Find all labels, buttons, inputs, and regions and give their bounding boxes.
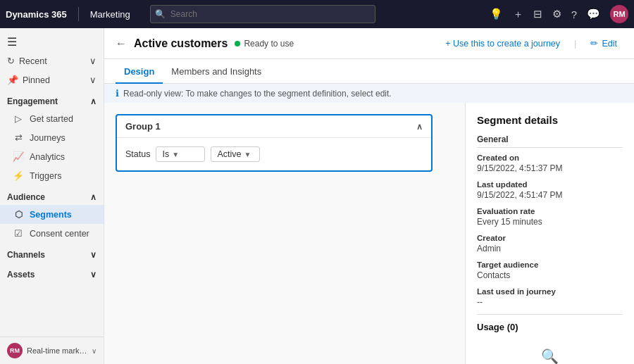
assets-group-header[interactable]: Assets ∨ <box>0 263 104 282</box>
group-box-body: Status Is ▼ Active ▼ <box>117 138 431 170</box>
value-select[interactable]: Active ▼ <box>211 146 260 162</box>
brand: Dynamics 365 Marketing <box>6 7 139 21</box>
general-section-title: General <box>477 134 623 148</box>
search-input[interactable] <box>150 5 375 23</box>
chat-icon[interactable]: 💬 <box>587 8 600 20</box>
audience-chevron[interactable]: ∧ <box>90 192 97 202</box>
avatar[interactable]: RM <box>610 5 628 23</box>
last-updated-value: 9/15/2022, 4:51:47 PM <box>477 190 623 200</box>
page-title: Active customers <box>134 37 228 50</box>
condition-value: Is <box>162 149 169 159</box>
created-on-value: 9/15/2022, 4:51:37 PM <box>477 163 623 173</box>
pinned-icon: 📌 <box>7 75 18 85</box>
recent-icon: ↻ <box>7 56 15 66</box>
target-audience-label: Target audience <box>477 261 623 269</box>
recent-label: Recent <box>19 56 47 66</box>
action-separator: | <box>574 38 576 49</box>
status-badge: Ready to use <box>235 39 294 49</box>
pinned-chevron: ∨ <box>89 75 97 85</box>
topbar: Dynamics 365 Marketing 🔍 💡 ＋ ⊟ ⚙ ? 💬 RM <box>0 0 634 28</box>
group-box: Group 1 ∧ Status Is ▼ Active ▼ <box>116 114 433 172</box>
page-header: ← Active customers Ready to use + Use th… <box>104 28 634 59</box>
journeys-icon: ⇄ <box>13 132 24 143</box>
sidebar-item-consent-center[interactable]: ☑ Consent center <box>0 224 104 243</box>
detail-divider <box>477 314 623 315</box>
content-area: ← Active customers Ready to use + Use th… <box>104 28 634 364</box>
settings-icon[interactable]: ⚙ <box>552 8 561 20</box>
analytics-icon: 📈 <box>13 151 24 162</box>
sidebar-bottom-label: Real-time marketi... <box>27 346 87 355</box>
usage-title: Usage (0) <box>477 322 623 332</box>
create-journey-button[interactable]: + Use this to create a journey <box>440 36 566 51</box>
usage-empty: 🔍 This segment has not been used in jour… <box>477 339 623 364</box>
evaluation-rate-label: Evaluation rate <box>477 207 623 215</box>
evaluation-rate-field: Evaluation rate Every 15 minutes <box>477 207 623 227</box>
tab-members-insights[interactable]: Members and Insights <box>163 59 270 84</box>
audience-group-header: Audience ∧ <box>0 185 104 205</box>
tabs-bar: Design Members and Insights <box>104 59 634 84</box>
group-collapse-icon[interactable]: ∧ <box>416 122 423 132</box>
sidebar-item-get-started[interactable]: ▷ Get started <box>0 109 104 128</box>
engagement-group-header: Engagement ∧ <box>0 89 104 109</box>
back-button[interactable]: ← <box>116 37 127 50</box>
status-text: Ready to use <box>244 39 294 49</box>
created-on-field: Created on 9/15/2022, 4:51:37 PM <box>477 153 623 173</box>
left-panel: Group 1 ∧ Status Is ▼ Active ▼ <box>104 103 465 364</box>
triggers-icon: ⚡ <box>13 170 24 181</box>
info-text: Read-only view: To make changes to the s… <box>123 89 392 99</box>
info-icon: ℹ <box>116 88 119 99</box>
brand-d365: Dynamics 365 <box>6 9 67 20</box>
group-box-header: Group 1 ∧ <box>117 115 431 138</box>
target-audience-field: Target audience Contacts <box>477 261 623 280</box>
hamburger-icon[interactable]: ☰ <box>0 28 104 51</box>
recent-chevron: ∨ <box>89 56 97 66</box>
sidebar-item-analytics[interactable]: 📈 Analytics <box>0 147 104 166</box>
creator-field: Creator Admin <box>477 234 623 253</box>
sidebar-item-journeys[interactable]: ⇄ Journeys <box>0 128 104 147</box>
value-chevron-icon: ▼ <box>244 151 251 158</box>
brand-divider <box>78 7 79 21</box>
main-container: ☰ ↻ Recent ∨ 📌 Pinned ∨ Engagement ∧ ▷ G… <box>0 28 634 364</box>
lightbulb-icon[interactable]: 💡 <box>490 8 503 20</box>
sidebar-item-segments[interactable]: ⬡ Segments <box>0 205 104 224</box>
sidebar-item-pinned[interactable]: 📌 Pinned ∨ <box>0 70 104 89</box>
sidebar: ☰ ↻ Recent ∨ 📌 Pinned ∨ Engagement ∧ ▷ G… <box>0 28 104 364</box>
segment-details-heading: Segment details <box>477 114 623 126</box>
assets-chevron[interactable]: ∨ <box>90 270 97 280</box>
consent-icon: ☑ <box>13 228 24 239</box>
value-text: Active <box>217 149 241 159</box>
last-used-field: Last used in journey -- <box>477 287 623 307</box>
channels-group-header[interactable]: Channels ∨ <box>0 243 104 263</box>
tab-design[interactable]: Design <box>116 59 163 84</box>
usage-search-icon: 🔍 <box>541 348 559 364</box>
sidebar-item-recent[interactable]: ↻ Recent ∨ <box>0 51 104 70</box>
channels-chevron[interactable]: ∨ <box>90 250 97 260</box>
evaluation-rate-value: Every 15 minutes <box>477 217 623 227</box>
help-icon[interactable]: ? <box>571 8 577 20</box>
topbar-icons: 💡 ＋ ⊟ ⚙ ? 💬 RM <box>490 5 628 23</box>
main-split: Group 1 ∧ Status Is ▼ Active ▼ <box>104 103 634 364</box>
last-updated-label: Last updated <box>477 180 623 189</box>
target-audience-value: Contacts <box>477 270 623 280</box>
search-icon: 🔍 <box>155 9 166 19</box>
group-title: Group 1 <box>125 121 161 132</box>
created-on-label: Created on <box>477 153 623 162</box>
pinned-label: Pinned <box>23 75 50 85</box>
last-updated-field: Last updated 9/15/2022, 4:51:47 PM <box>477 180 623 200</box>
sidebar-bottom[interactable]: RM Real-time marketi... ∨ <box>0 337 104 364</box>
last-used-value: -- <box>477 297 623 307</box>
condition-select[interactable]: Is ▼ <box>156 146 205 162</box>
edit-button[interactable]: ✏ Edit <box>585 35 623 51</box>
status-dot <box>235 41 240 46</box>
segments-icon: ⬡ <box>13 209 24 220</box>
condition-chevron-icon: ▼ <box>172 151 179 158</box>
sidebar-item-triggers[interactable]: ⚡ Triggers <box>0 166 104 185</box>
creator-label: Creator <box>477 234 623 242</box>
edit-icon: ✏ <box>590 38 598 49</box>
plus-icon[interactable]: ＋ <box>513 8 523 21</box>
engagement-chevron[interactable]: ∧ <box>90 96 97 106</box>
sidebar-bottom-chevron[interactable]: ∨ <box>92 347 97 355</box>
status-field-label: Status <box>125 149 150 159</box>
filter-icon[interactable]: ⊟ <box>533 8 542 20</box>
sidebar-bottom-avatar: RM <box>7 343 23 358</box>
